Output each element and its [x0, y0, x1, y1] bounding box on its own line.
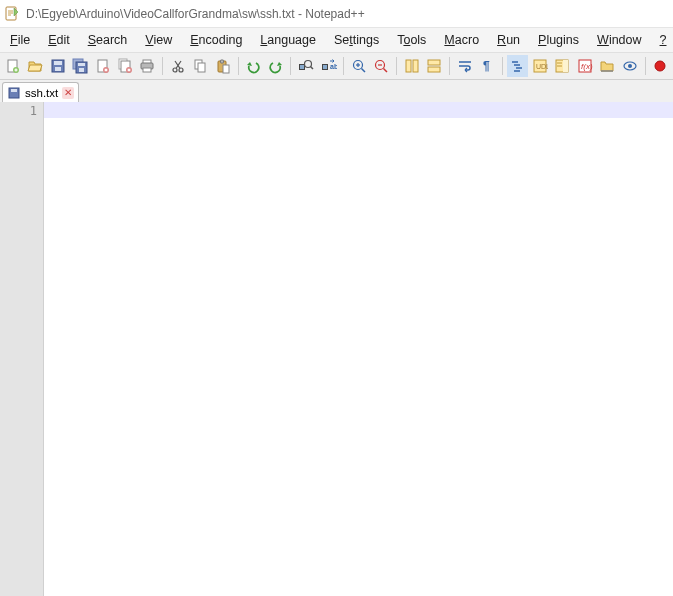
tab-ssh[interactable]: ssh.txt ✕	[2, 82, 79, 102]
app-icon	[4, 6, 20, 22]
menu-view[interactable]: View	[137, 31, 180, 49]
toolbar-separator	[502, 57, 503, 75]
undo-button[interactable]	[242, 55, 263, 77]
menu-window[interactable]: Window	[589, 31, 649, 49]
svg-rect-14	[79, 68, 84, 72]
replace-button[interactable]: ab	[318, 55, 339, 77]
toolbar-separator	[343, 57, 344, 75]
menu-language[interactable]: Language	[252, 31, 324, 49]
copy-button[interactable]	[190, 55, 211, 77]
title-bar: D:\Egyeb\Arduino\VideoCallforGrandma\sw\…	[0, 0, 673, 28]
menu-plugins[interactable]: Plugins	[530, 31, 587, 49]
tab-label: ssh.txt	[25, 87, 58, 99]
cut-button[interactable]	[167, 55, 188, 77]
folder-workspace-button[interactable]	[597, 55, 618, 77]
svg-rect-73	[11, 89, 17, 92]
svg-text:ab: ab	[330, 63, 337, 70]
monitor-button[interactable]	[619, 55, 640, 77]
open-file-button[interactable]	[24, 55, 45, 77]
svg-rect-41	[323, 65, 327, 69]
indent-guide-button[interactable]	[507, 55, 528, 77]
save-file-button[interactable]	[47, 55, 68, 77]
menu-file[interactable]: File	[2, 31, 38, 49]
zoom-in-button[interactable]	[348, 55, 369, 77]
svg-line-30	[175, 61, 180, 69]
word-wrap-button[interactable]	[454, 55, 475, 77]
svg-point-38	[305, 61, 312, 68]
menu-edit[interactable]: Edit	[40, 31, 78, 49]
zoom-out-button[interactable]	[371, 55, 392, 77]
close-file-button[interactable]	[92, 55, 113, 77]
paste-button[interactable]	[212, 55, 233, 77]
line-number-gutter: 1	[0, 102, 44, 596]
menu-bar: File Edit Search View Encoding Language …	[0, 28, 673, 52]
editor: 1	[0, 102, 673, 596]
svg-point-71	[655, 61, 665, 71]
svg-rect-34	[220, 60, 223, 63]
menu-macro[interactable]: Macro	[436, 31, 487, 49]
toolbar-separator	[645, 57, 646, 75]
menu-run[interactable]: Run	[489, 31, 528, 49]
menu-help[interactable]: ?	[652, 31, 673, 49]
svg-point-70	[628, 64, 632, 68]
svg-text:f(x): f(x)	[581, 62, 593, 71]
menu-encoding[interactable]: Encoding	[182, 31, 250, 49]
new-file-button[interactable]	[2, 55, 23, 77]
sync-vertical-button[interactable]	[401, 55, 422, 77]
toolbar-separator	[449, 57, 450, 75]
tab-close-button[interactable]: ✕	[62, 87, 74, 99]
svg-line-29	[176, 61, 181, 69]
current-line-highlight	[44, 102, 673, 118]
sync-horizontal-button[interactable]	[424, 55, 445, 77]
save-all-button[interactable]	[69, 55, 90, 77]
show-all-chars-button[interactable]: ¶	[476, 55, 497, 77]
function-list-button[interactable]: f(x)	[574, 55, 595, 77]
svg-rect-26	[143, 68, 151, 72]
line-number: 1	[0, 104, 37, 118]
svg-rect-10	[55, 67, 61, 71]
toolbar-separator	[290, 57, 291, 75]
window-title: D:\Egyeb\Arduino\VideoCallforGrandma\sw\…	[26, 7, 365, 21]
svg-rect-53	[428, 67, 440, 72]
svg-line-48	[384, 69, 388, 73]
toolbar-separator	[162, 57, 163, 75]
find-button[interactable]	[295, 55, 316, 77]
svg-rect-63	[563, 60, 568, 72]
toolbar-separator	[396, 57, 397, 75]
svg-rect-51	[413, 60, 418, 72]
svg-rect-37	[300, 65, 304, 69]
svg-rect-9	[54, 61, 62, 65]
menu-settings[interactable]: Settings	[326, 31, 387, 49]
file-icon	[7, 86, 21, 100]
svg-rect-35	[223, 65, 229, 73]
udl-button[interactable]: UDL	[529, 55, 550, 77]
text-area[interactable]	[44, 102, 673, 596]
toolbar: ab ¶ UDL f(x)	[0, 52, 673, 80]
svg-rect-32	[198, 63, 205, 72]
svg-rect-52	[428, 60, 440, 65]
svg-line-39	[311, 67, 314, 70]
svg-line-44	[361, 69, 365, 73]
menu-tools[interactable]: Tools	[389, 31, 434, 49]
svg-rect-50	[406, 60, 411, 72]
svg-rect-13	[78, 63, 85, 66]
record-macro-button[interactable]	[650, 55, 671, 77]
redo-button[interactable]	[265, 55, 286, 77]
toolbar-separator	[238, 57, 239, 75]
print-button[interactable]	[137, 55, 158, 77]
tab-strip: ssh.txt ✕	[0, 80, 673, 102]
svg-text:UDL: UDL	[536, 63, 548, 70]
svg-text:¶: ¶	[483, 59, 490, 73]
doc-map-button[interactable]	[552, 55, 573, 77]
menu-search[interactable]: Search	[80, 31, 136, 49]
close-all-button[interactable]	[114, 55, 135, 77]
